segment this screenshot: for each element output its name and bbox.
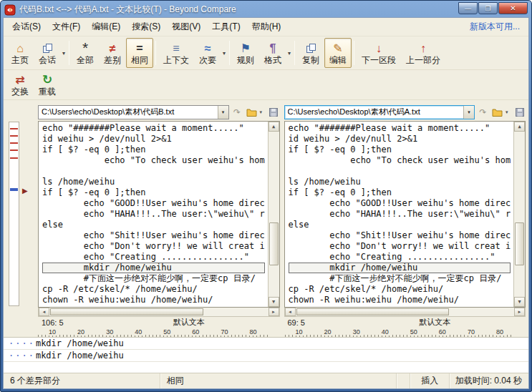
current-code-line: mkdir /home/weihu bbox=[42, 263, 265, 273]
scroll-left-icon[interactable] bbox=[39, 308, 49, 316]
statusbar-spacer bbox=[397, 373, 410, 388]
left-syntax-format[interactable]: 默认文本 bbox=[98, 317, 280, 328]
scroll-right-icon[interactable] bbox=[514, 308, 525, 316]
whitespace-dots-icon: ···· bbox=[9, 338, 35, 348]
code-line: id weihu > /dev/null 2>&1 bbox=[289, 134, 511, 144]
new-version-link[interactable]: 新版本可用... bbox=[470, 21, 526, 33]
format-button[interactable]: ¶ 格式 bbox=[259, 38, 286, 68]
left-hscroll-track[interactable] bbox=[49, 308, 269, 316]
column-ruler: 1020304050607080 1020304050607080 bbox=[4, 328, 528, 337]
scroll-up-icon[interactable] bbox=[269, 122, 279, 132]
close-button[interactable]: ✕ bbox=[498, 2, 528, 14]
left-path-row: C:\Users\echo\Desktop\素材\代码B.txt ↷ bbox=[38, 104, 280, 119]
detail-row-right[interactable]: ····mkdir /home/weihu bbox=[4, 350, 528, 362]
right-vertical-scrollbar[interactable] bbox=[513, 122, 525, 307]
detail-row-left[interactable]: ····mkdir /home/weihu bbox=[4, 338, 528, 350]
show-differences-button[interactable]: ≠ 差别 bbox=[99, 38, 126, 68]
left-horizontal-scrollbar[interactable] bbox=[38, 308, 280, 317]
show-all-button[interactable]: * 全部 bbox=[72, 38, 99, 68]
code-line: echo "HAHA!!!..The user:\"weihu\" rea bbox=[289, 209, 511, 220]
left-vertical-scrollbar[interactable] bbox=[268, 122, 279, 307]
next-section-button[interactable]: ↓ 下一区段 bbox=[357, 38, 401, 68]
statusbar: 6 个差异部分 相同 插入 加载时间: 0.04 秒 bbox=[4, 373, 528, 388]
code-line: echo "HAHA!!!..The user:\"weihu\" rea bbox=[42, 209, 265, 220]
right-hscroll-thumb[interactable] bbox=[296, 308, 450, 315]
menu-tools[interactable]: 工具(T) bbox=[206, 18, 246, 36]
swap-icon: ⇄ bbox=[15, 73, 24, 87]
left-path-combobox[interactable]: C:\Users\echo\Desktop\素材\代码B.txt bbox=[38, 105, 229, 119]
scroll-down-icon[interactable] bbox=[514, 297, 525, 307]
code-line: chown -R weihu:weihu /home/weihu/ bbox=[289, 295, 511, 305]
diff-count-status: 6 个差异部分 bbox=[4, 373, 160, 388]
code-line: if [ $? -eq 0 ];then bbox=[289, 144, 511, 155]
code-line: echo "Creating ................" bbox=[289, 252, 511, 263]
left-browse-folder-icon[interactable] bbox=[246, 106, 258, 119]
code-line: echo "Shit!!User weihu's home directo bbox=[289, 230, 511, 241]
toolbar-separator bbox=[354, 41, 354, 65]
rules-button[interactable]: ⚑ 规则 bbox=[232, 38, 259, 68]
right-ruler: 1020304050607080 bbox=[285, 328, 515, 337]
reload-button[interactable]: ↻ 重载 bbox=[34, 72, 61, 98]
left-hscroll-thumb[interactable] bbox=[50, 308, 203, 315]
window-title: 代码B.txt <--> 代码A.txt - 文本比较(T) - Beyond … bbox=[19, 4, 453, 16]
minor-dropdown-caret-icon[interactable] bbox=[221, 50, 227, 57]
format-dropdown-caret-icon[interactable] bbox=[286, 50, 292, 57]
diff-mark bbox=[10, 135, 18, 137]
left-reload-file-icon[interactable]: ↷ bbox=[231, 106, 243, 119]
left-editor[interactable]: echo "#######Please wait a moment....." … bbox=[38, 121, 280, 308]
left-pane: C:\Users\echo\Desktop\素材\代码B.txt ↷ bbox=[38, 104, 280, 328]
scroll-left-icon[interactable] bbox=[285, 308, 296, 316]
left-path-dropdown-icon[interactable] bbox=[218, 106, 228, 119]
right-folder-caret-icon[interactable] bbox=[506, 109, 511, 115]
right-path-combobox[interactable]: C:\Users\echo\Desktop\素材\代码A.txt bbox=[284, 105, 475, 119]
right-save-icon[interactable] bbox=[513, 106, 526, 119]
menu-view[interactable]: 视图(V) bbox=[166, 18, 206, 36]
scroll-up-icon[interactable] bbox=[514, 122, 525, 132]
panes: C:\Users\echo\Desktop\素材\代码B.txt ↷ bbox=[38, 104, 526, 328]
right-horizontal-scrollbar[interactable] bbox=[284, 308, 526, 317]
reload-icon: ↻ bbox=[42, 73, 52, 87]
right-vscroll-thumb[interactable] bbox=[515, 222, 524, 265]
copy-button[interactable]: 复制 bbox=[297, 38, 324, 68]
right-reload-file-icon[interactable]: ↷ bbox=[477, 106, 489, 119]
overview-strip[interactable] bbox=[9, 122, 19, 306]
menu-session[interactable]: 会话(S) bbox=[6, 18, 47, 36]
right-browse-folder-icon[interactable] bbox=[491, 106, 503, 119]
left-vscroll-track[interactable] bbox=[269, 132, 279, 297]
menu-edit[interactable]: 编辑(E) bbox=[86, 18, 126, 36]
menu-help[interactable]: 帮助(H) bbox=[246, 18, 287, 36]
insert-mode-status[interactable]: 插入 bbox=[410, 373, 450, 388]
swap-button[interactable]: ⇄ 交换 bbox=[6, 72, 34, 98]
line-details-pane: ····mkdir /home/weihu ····mkdir /home/we… bbox=[4, 337, 528, 373]
right-path-dropdown-icon[interactable] bbox=[463, 106, 474, 119]
right-vscroll-track[interactable] bbox=[514, 132, 525, 297]
code-line: echo "#######Please wait a moment....." bbox=[42, 123, 265, 134]
sessions-dropdown-caret-icon[interactable] bbox=[61, 50, 67, 57]
right-hscroll-track[interactable] bbox=[296, 308, 515, 316]
minimize-button[interactable]: — bbox=[458, 2, 478, 14]
maximize-button[interactable]: ❐ bbox=[478, 2, 498, 14]
minor-button[interactable]: ≈ 次要 bbox=[194, 38, 221, 68]
menu-search[interactable]: 搜索(S) bbox=[126, 18, 166, 36]
previous-section-button[interactable]: ↑ 上一部分 bbox=[401, 38, 445, 68]
left-folder-caret-icon[interactable] bbox=[260, 109, 266, 115]
right-syntax-format[interactable]: 默认文本 bbox=[344, 317, 526, 328]
code-line bbox=[42, 166, 265, 177]
context-button[interactable]: ≡ 上下文 bbox=[158, 38, 194, 68]
home-button[interactable]: ⌂ 主页 bbox=[6, 38, 34, 68]
minor-icon: ≈ bbox=[205, 41, 211, 55]
scroll-down-icon[interactable] bbox=[269, 297, 279, 307]
show-same-button[interactable]: = 相同 bbox=[126, 38, 153, 68]
menu-file[interactable]: 文件(F) bbox=[47, 18, 86, 36]
sessions-button[interactable]: 会话 bbox=[34, 38, 61, 68]
right-editor[interactable]: echo "#######Please wait a moment....." … bbox=[284, 121, 526, 308]
copy-icon bbox=[306, 41, 316, 55]
edit-button[interactable]: ✎ 编辑 bbox=[324, 38, 352, 68]
show-all-icon: * bbox=[82, 41, 88, 55]
scroll-right-icon[interactable] bbox=[269, 308, 279, 316]
left-save-icon[interactable] bbox=[268, 106, 280, 119]
code-line: id weihu > /dev/null 2>&1 bbox=[42, 134, 265, 144]
code-line: cp -R /etc/skel/* /home/weihu/ bbox=[42, 284, 265, 295]
left-vscroll-thumb[interactable] bbox=[269, 222, 279, 265]
code-line bbox=[289, 166, 511, 177]
